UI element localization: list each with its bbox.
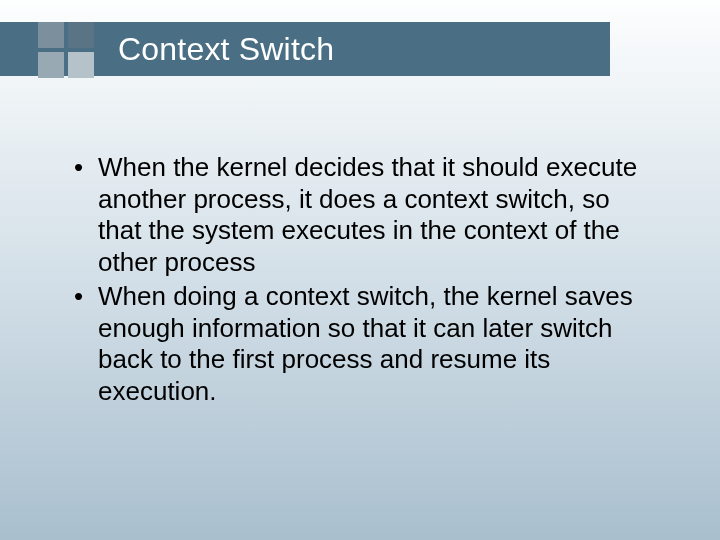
content-area: When the kernel decides that it should e…: [70, 152, 650, 410]
square-icon: [38, 52, 64, 78]
square-icon: [68, 22, 94, 48]
bullet-item: When the kernel decides that it should e…: [70, 152, 650, 279]
bullet-item: When doing a context switch, the kernel …: [70, 281, 650, 408]
square-icon: [38, 22, 64, 48]
logo-squares: [38, 22, 102, 86]
square-icon: [68, 52, 94, 78]
bullet-list: When the kernel decides that it should e…: [70, 152, 650, 408]
slide-title: Context Switch: [118, 31, 334, 68]
